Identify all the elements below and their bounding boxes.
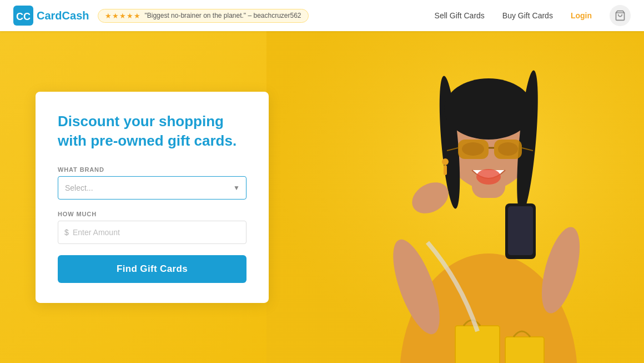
amount-label: HOW MUCH (58, 211, 246, 217)
amount-form-group: HOW MUCH $ (58, 211, 246, 244)
tagline-text: "Biggest no-brainer on the planet." – be… (144, 12, 301, 19)
headline-line1: Discount your shopping (58, 112, 224, 129)
svg-text:CC: CC (16, 11, 31, 22)
find-gift-cards-button[interactable]: Find Gift Cards (58, 255, 246, 283)
cart-icon (615, 10, 626, 21)
buy-gift-cards-link[interactable]: Buy Gift Cards (502, 11, 553, 20)
hero-card: Discount your shopping with pre-owned gi… (36, 91, 269, 302)
svg-rect-27 (505, 337, 544, 363)
dollar-sign-icon: $ (64, 228, 69, 237)
amount-input-wrapper: $ (58, 221, 246, 244)
headline-line2: with pre-owned gift cards. (58, 132, 237, 149)
hero-section: Discount your shopping with pre-owned gi… (0, 31, 644, 363)
logo-text: CardCash (37, 9, 89, 22)
svg-point-18 (462, 142, 484, 156)
stars-icon: ★★★★★ (105, 12, 141, 20)
amount-input[interactable] (58, 221, 246, 244)
logo-link[interactable]: CC CardCash (13, 6, 89, 26)
hero-headline: Discount your shopping with pre-owned gi… (58, 111, 246, 150)
svg-point-19 (498, 142, 518, 156)
sell-gift-cards-link[interactable]: Sell Gift Cards (435, 11, 485, 20)
logo-icon: CC (13, 6, 33, 26)
header-left: CC CardCash ★★★★★ "Biggest no-brainer on… (13, 6, 309, 26)
svg-point-21 (442, 158, 449, 165)
svg-rect-26 (455, 326, 500, 363)
login-button[interactable]: Login (571, 11, 592, 20)
svg-rect-22 (444, 165, 447, 175)
brand-label: WHAT BRAND (58, 166, 246, 173)
hero-illustration (266, 31, 644, 363)
site-header: CC CardCash ★★★★★ "Biggest no-brainer on… (0, 0, 644, 31)
cart-button[interactable] (610, 5, 631, 26)
brand-select[interactable]: Select... Amazon Target Walmart Best Buy… (58, 176, 246, 200)
svg-point-20 (476, 169, 501, 185)
main-nav: Sell Gift Cards Buy Gift Cards Login (435, 5, 631, 26)
brand-select-wrapper: Select... Amazon Target Walmart Best Buy… (58, 176, 246, 200)
tagline-badge: ★★★★★ "Biggest no-brainer on the planet.… (98, 9, 308, 23)
brand-form-group: WHAT BRAND Select... Amazon Target Walma… (58, 166, 246, 200)
svg-rect-25 (508, 206, 533, 255)
svg-point-12 (444, 78, 533, 140)
